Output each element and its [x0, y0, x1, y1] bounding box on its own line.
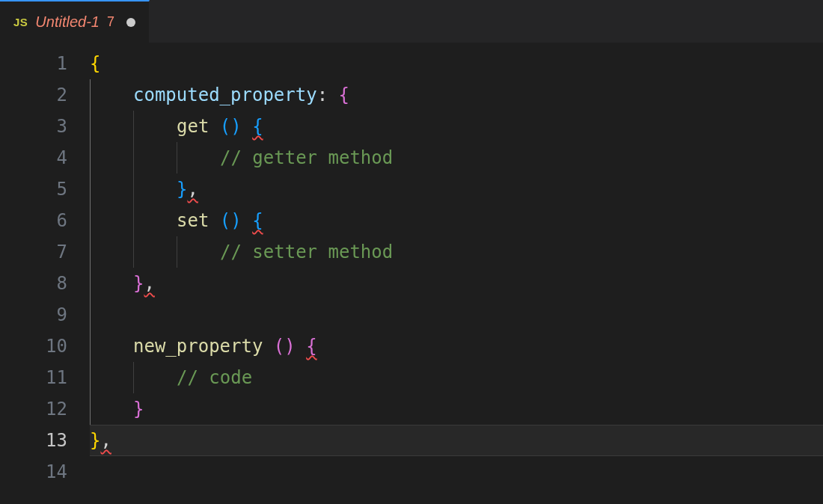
code-line[interactable]: // code [90, 362, 823, 393]
code-line[interactable] [90, 299, 823, 331]
code-editor[interactable]: 1 2 3 4 5 6 7 8 9 10 11 12 13 14 { compu… [0, 43, 823, 504]
brace: } [90, 430, 100, 451]
line-number: 12 [0, 393, 67, 425]
line-number: 7 [0, 236, 67, 268]
line-number: 3 [0, 111, 67, 142]
brace: { [90, 53, 100, 74]
brace: } [133, 399, 144, 420]
brace: { [339, 84, 349, 105]
code-area[interactable]: { computed_property: { get () { // gette… [90, 43, 823, 504]
comment: // code [177, 367, 252, 388]
code-line[interactable]: }, [90, 173, 823, 205]
method-name: set [177, 210, 209, 231]
brace-error: { [306, 336, 316, 357]
method-name: new_property [133, 336, 263, 357]
code-line[interactable] [90, 456, 823, 488]
line-number: 5 [0, 173, 67, 205]
code-line[interactable]: { [90, 48, 823, 79]
code-line-active[interactable]: }, [90, 425, 823, 456]
parens: () [274, 336, 296, 357]
brace-error: { [252, 116, 263, 137]
code-line[interactable]: get () { [90, 111, 823, 142]
tab-title: Untitled-1 [35, 13, 100, 31]
comment: // setter method [220, 242, 393, 262]
line-number: 6 [0, 205, 67, 236]
comma-error: , [100, 430, 111, 451]
colon: : [317, 84, 328, 105]
problem-count-badge: 7 [107, 14, 114, 30]
line-number: 11 [0, 362, 67, 393]
tab-bar: JS Untitled-1 7 [0, 0, 823, 43]
brace: } [133, 273, 144, 294]
line-number: 10 [0, 331, 67, 362]
line-number: 9 [0, 299, 67, 331]
code-line[interactable]: }, [90, 268, 823, 299]
line-number: 13 [0, 425, 67, 456]
method-name: get [177, 116, 209, 137]
brace: } [177, 179, 187, 200]
parens: () [220, 210, 242, 231]
code-line[interactable]: } [90, 393, 823, 425]
property-key: computed_property [133, 84, 317, 105]
tab-untitled-1[interactable]: JS Untitled-1 7 [0, 0, 150, 43]
line-number: 14 [0, 456, 67, 488]
brace-error: { [252, 210, 263, 231]
comment: // getter method [220, 147, 393, 168]
comma-error: , [187, 179, 198, 200]
line-number: 2 [0, 79, 67, 111]
code-line[interactable]: // setter method [90, 236, 823, 268]
dirty-indicator-icon [126, 18, 135, 27]
line-number: 4 [0, 142, 67, 173]
code-line[interactable]: set () { [90, 205, 823, 236]
comma-error: , [144, 273, 154, 294]
line-number: 8 [0, 268, 67, 299]
line-number: 1 [0, 48, 67, 79]
code-line[interactable]: new_property () { [90, 331, 823, 362]
code-line[interactable]: // getter method [90, 142, 823, 173]
parens: () [220, 116, 242, 137]
line-number-gutter: 1 2 3 4 5 6 7 8 9 10 11 12 13 14 [0, 43, 90, 504]
code-line[interactable]: computed_property: { [90, 79, 823, 111]
js-file-icon: JS [13, 16, 28, 28]
